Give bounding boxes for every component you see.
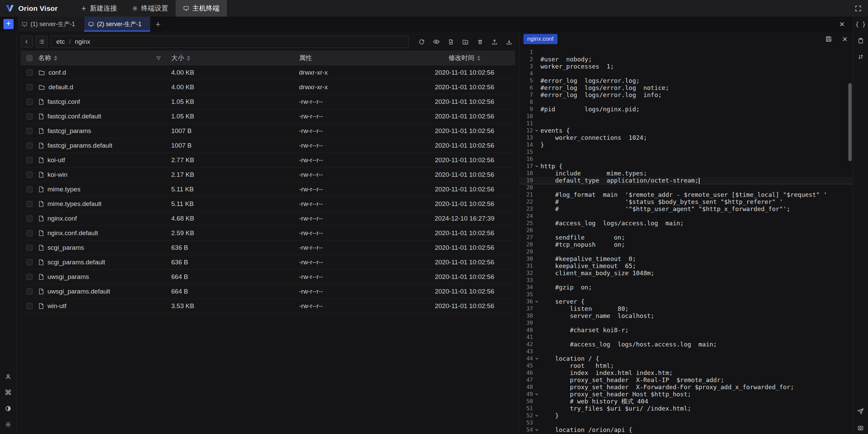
row-checkbox[interactable]: [26, 157, 33, 163]
code-line[interactable]: 7#error_log logs/error.log info;: [519, 91, 853, 98]
menu-host-terminal[interactable]: 主机终端: [176, 0, 227, 17]
code-line[interactable]: 54 location /orion/api {: [519, 426, 853, 433]
list-view-button[interactable]: [36, 36, 48, 48]
close-editor-icon[interactable]: ×: [842, 36, 847, 42]
row-checkbox[interactable]: [26, 70, 33, 76]
menu-new-connection[interactable]: 新建连接: [73, 0, 124, 17]
file-name[interactable]: fastcgi_params: [47, 127, 91, 135]
file-name[interactable]: nginx.conf.default: [47, 229, 98, 237]
tab-server-2-active[interactable]: (2) server-生产-1: [84, 17, 151, 32]
code-line[interactable]: 18 include mime.types;: [519, 170, 853, 177]
code-line[interactable]: 24: [519, 212, 853, 220]
sort-size[interactable]: [187, 56, 190, 61]
close-panel-icon[interactable]: ×: [840, 19, 845, 30]
code-line[interactable]: 42 #access_log logs/host.access.log main…: [519, 341, 853, 348]
code-line[interactable]: 16: [519, 155, 853, 163]
code-line[interactable]: 25 #access_log logs/access.log main;: [519, 220, 853, 227]
code-line[interactable]: 52 }: [519, 412, 853, 419]
send-icon[interactable]: [857, 408, 864, 415]
code-line[interactable]: 9#pid logs/nginx.pid;: [519, 106, 853, 113]
code-line[interactable]: 35: [519, 291, 853, 298]
row-checkbox[interactable]: [26, 259, 33, 265]
code-line[interactable]: 12events {: [519, 127, 853, 134]
code-line[interactable]: 23 # '"$http_user_agent" "$http_x_forwar…: [519, 205, 853, 212]
code-line[interactable]: 1: [519, 49, 853, 56]
table-row[interactable]: nginx.conf4.68 KB-rw-r--r--2024-12-10 16…: [21, 211, 515, 226]
code-line[interactable]: 17http {: [519, 163, 853, 170]
code-line[interactable]: 48 proxy_set_header X-Forwarded-For $pro…: [519, 383, 853, 391]
table-row[interactable]: uwsgi_params664 B-rw-r--r--2020-11-01 10…: [21, 270, 515, 284]
new-file-icon[interactable]: [445, 36, 457, 48]
code-line[interactable]: 51 try_files $uri $uri/ /index.html;: [519, 405, 853, 412]
open-file-tag[interactable]: nginx.conf: [524, 34, 557, 44]
code-line[interactable]: 32 client_max_body_size 1048m;: [519, 269, 853, 277]
filter-funnel-icon[interactable]: [156, 56, 161, 61]
code-line[interactable]: 40 #charset koi8-r;: [519, 326, 853, 334]
code-line[interactable]: 10: [519, 113, 853, 120]
breadcrumb-item[interactable]: nginx: [75, 38, 90, 45]
table-row[interactable]: koi-win2.17 KB-rw-r--r--2020-11-01 10:02…: [21, 168, 515, 182]
code-line[interactable]: 29: [519, 248, 853, 255]
code-line[interactable]: 21 #log_format main '$remote_addr - $rem…: [519, 191, 853, 198]
code-line[interactable]: 36 server {: [519, 298, 853, 305]
show-hidden-eye-icon[interactable]: [430, 36, 442, 48]
code-line[interactable]: 28 #tcp_nopush on;: [519, 241, 853, 248]
file-name[interactable]: koi-win: [47, 171, 67, 178]
code-line[interactable]: 34 #gzip on;: [519, 284, 853, 291]
row-checkbox[interactable]: [26, 274, 33, 280]
row-checkbox[interactable]: [26, 230, 33, 236]
file-name[interactable]: uwsgi_params: [47, 273, 89, 281]
select-all-checkbox[interactable]: [26, 55, 33, 61]
code-line[interactable]: 14}: [519, 141, 853, 148]
table-row[interactable]: koi-utf2.77 KB-rw-r--r--2020-11-01 10:02…: [21, 153, 515, 168]
screenshot-icon[interactable]: [857, 424, 864, 431]
code-line[interactable]: 13 worker_connections 1024;: [519, 134, 853, 141]
code-line[interactable]: 20: [519, 184, 853, 191]
code-line[interactable]: 5#error_log logs/error.log;: [519, 77, 853, 84]
row-checkbox[interactable]: [26, 288, 33, 295]
table-row[interactable]: mime.types.default5.11 KB-rw-r--r--2020-…: [21, 197, 515, 211]
download-icon[interactable]: [503, 36, 515, 48]
refresh-icon[interactable]: [416, 36, 428, 48]
fold-chevron-icon[interactable]: [533, 300, 540, 304]
menu-terminal-settings[interactable]: 终端设置: [124, 0, 176, 17]
table-row[interactable]: nginx.conf.default2.59 KB-rw-r--r--2020-…: [21, 226, 515, 241]
file-name[interactable]: fastcgi.conf: [47, 98, 80, 106]
code-line[interactable]: 2#user nobody;: [519, 56, 853, 63]
code-line[interactable]: 11: [519, 120, 853, 127]
fold-chevron-icon[interactable]: [533, 414, 540, 418]
file-name[interactable]: default.d: [48, 83, 73, 91]
upload-icon[interactable]: [489, 36, 500, 48]
code-line[interactable]: 22 # '$status $body_bytes_sent "$http_re…: [519, 198, 853, 205]
code-line[interactable]: 41: [519, 334, 853, 341]
clipboard-icon[interactable]: [857, 37, 864, 44]
row-checkbox[interactable]: [26, 186, 33, 192]
snippets-braces-icon[interactable]: { }: [855, 21, 866, 28]
code-line[interactable]: 26: [519, 227, 853, 234]
table-row[interactable]: default.d4.00 KBdrwxr-xr-x2020-11-01 10:…: [21, 80, 515, 95]
file-name[interactable]: koi-utf: [47, 156, 65, 164]
row-checkbox[interactable]: [26, 128, 33, 134]
delete-trash-icon[interactable]: [474, 36, 486, 48]
sort-mtime[interactable]: [477, 56, 480, 61]
code-line[interactable]: 39: [519, 319, 853, 326]
file-name[interactable]: conf.d: [48, 69, 66, 76]
code-line[interactable]: 3worker_processes 1;: [519, 63, 853, 70]
settings-gear-icon[interactable]: [5, 421, 12, 428]
table-row[interactable]: scgi_params.default636 B-rw-r--r--2020-1…: [21, 255, 515, 270]
fold-chevron-icon[interactable]: [533, 392, 540, 396]
table-row[interactable]: fastcgi_params1007 B-rw-r--r--2020-11-01…: [21, 124, 515, 138]
fullscreen-icon[interactable]: [854, 5, 862, 12]
row-checkbox[interactable]: [26, 84, 33, 90]
save-icon[interactable]: [825, 36, 832, 42]
file-name[interactable]: scgi_params.default: [47, 259, 105, 266]
sort-name[interactable]: [54, 56, 57, 61]
row-checkbox[interactable]: [26, 172, 33, 178]
table-row[interactable]: mime.types5.11 KB-rw-r--r--2020-11-01 10…: [21, 182, 515, 197]
appearance-icon[interactable]: [5, 405, 12, 412]
fold-chevron-icon[interactable]: [533, 357, 540, 361]
transfer-list-icon[interactable]: [857, 54, 864, 60]
table-row[interactable]: win-utf3.53 KB-rw-r--r--2020-11-01 10:02…: [21, 299, 515, 314]
code-line[interactable]: 46 index index.html index.htm;: [519, 369, 853, 376]
code-line[interactable]: 43: [519, 348, 853, 355]
